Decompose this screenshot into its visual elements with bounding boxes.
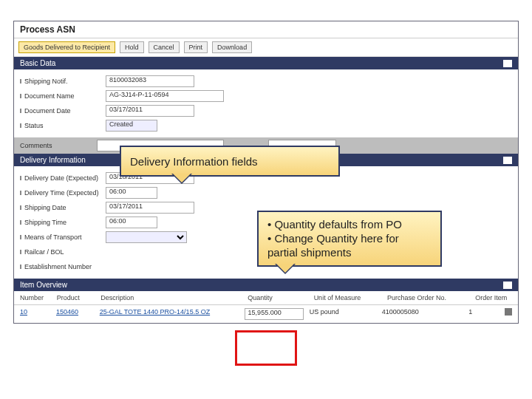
- h-uom: Unit of Measure: [314, 294, 387, 301]
- cancel-button[interactable]: Cancel: [149, 41, 180, 53]
- lbl-bol: Railcar / BOL: [20, 248, 106, 256]
- row-action-icon[interactable]: [505, 308, 512, 316]
- lbl-docdate: Document Date: [20, 107, 106, 115]
- collapse-icon[interactable]: [503, 157, 512, 164]
- lbl-ddate: Delivery Date (Expected): [20, 174, 106, 182]
- callout-2-line2: • Change Quantity here for partial shipm…: [267, 232, 432, 260]
- val-dtime[interactable]: 06:00: [106, 187, 157, 199]
- h-po: Purchase Order No.: [387, 294, 475, 301]
- title-row: Process ASN: [14, 21, 518, 38]
- cell-product[interactable]: 150460: [56, 308, 100, 320]
- cell-oi: 1: [468, 308, 505, 320]
- cell-description[interactable]: 25-GAL TOTE 1440 PRO-14/15.5 OZ: [100, 308, 245, 320]
- collapse-icon[interactable]: [503, 60, 512, 67]
- lbl-notif: Shipping Notif.: [20, 78, 106, 85]
- lbl-dtime: Delivery Time (Expected): [20, 189, 106, 197]
- val-docname[interactable]: AG-3J14-P-11-0594: [106, 90, 224, 102]
- highlight-quantity-box: [235, 330, 297, 366]
- lbl-docname: Document Name: [20, 92, 106, 100]
- mot-select[interactable]: [106, 231, 187, 243]
- section-items-label: Item Overview: [20, 281, 67, 289]
- print-button[interactable]: Print: [184, 41, 208, 53]
- lbl-est: Establishment Number: [20, 263, 106, 270]
- val-sdate[interactable]: 03/17/2011: [106, 202, 194, 214]
- section-items: Item Overview: [14, 279, 518, 291]
- h-number: Number: [20, 294, 57, 301]
- deliver-button[interactable]: Goods Delivered to Recipient: [18, 41, 115, 53]
- val-notif[interactable]: 8100032083: [106, 75, 194, 87]
- h-product: Product: [57, 294, 101, 301]
- items-row-1: 10 150460 25-GAL TOTE 1440 PRO-14/15.5 O…: [14, 305, 518, 323]
- val-status: Created: [106, 120, 157, 132]
- val-stime[interactable]: 06:00: [106, 216, 157, 228]
- lbl-sdate: Shipping Date: [20, 204, 106, 211]
- cell-po: 4100005080: [382, 308, 469, 320]
- h-orderitem: Order Item: [475, 294, 512, 301]
- cell-uom: US pound: [310, 308, 382, 320]
- download-button[interactable]: Download: [212, 41, 252, 53]
- h-description: Description: [100, 294, 248, 301]
- page-title: Process ASN: [20, 24, 75, 35]
- section-basic-label: Basic Data: [20, 59, 55, 67]
- collapse-icon[interactable]: [503, 282, 512, 289]
- lbl-mot: Means of Transport: [20, 233, 106, 241]
- callout-delivery-fields: Delivery Information fields: [120, 146, 340, 177]
- callout-1-text: Delivery Information fields: [130, 155, 258, 168]
- callout-2-line1: • Quantity defaults from PO: [267, 218, 432, 232]
- h-quantity: Quantity: [248, 294, 313, 301]
- section-basic: Basic Data: [14, 57, 518, 69]
- items-header: Number Product Description Quantity Unit…: [14, 291, 518, 305]
- section-delivery-label: Delivery Information: [20, 156, 86, 164]
- lbl-status: Status: [20, 122, 106, 129]
- lbl-stime: Shipping Time: [20, 219, 106, 226]
- callout-quantity: • Quantity defaults from PO • Change Qua…: [257, 211, 442, 267]
- basic-form: Shipping Notif. 8100032083 Document Name…: [14, 69, 518, 137]
- cell-quantity-input[interactable]: 15,955.000: [245, 308, 304, 320]
- comments-label: Comments: [20, 142, 52, 149]
- cell-number[interactable]: 10: [20, 308, 56, 320]
- hold-button[interactable]: Hold: [120, 41, 144, 53]
- val-docdate[interactable]: 03/17/2011: [106, 105, 194, 117]
- toolbar: Goods Delivered to Recipient Hold Cancel…: [14, 38, 518, 57]
